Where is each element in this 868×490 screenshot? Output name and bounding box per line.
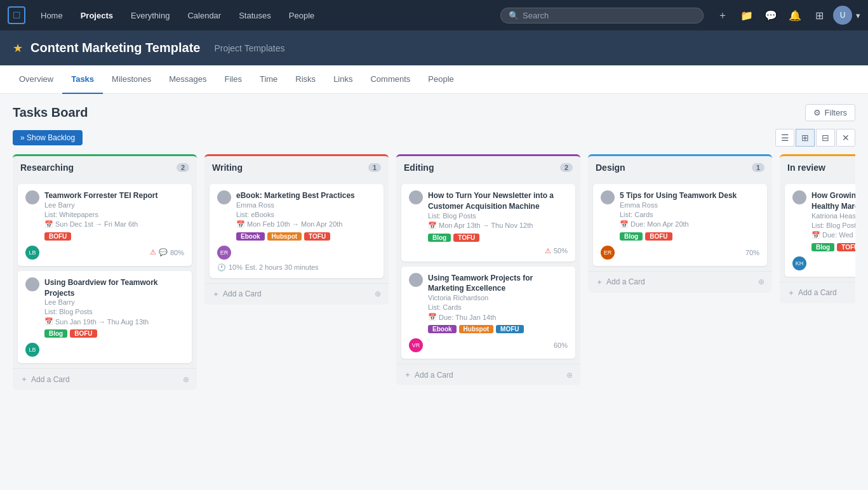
card-title: How to Turn Your Newsletter into a Custo… (428, 190, 568, 212)
filter-icon: ⚙ (813, 108, 821, 117)
card-marketing-excellence[interactable]: Using Teamwork Projects for Marketing Ex… (401, 267, 575, 359)
assignee-avatar: ER (217, 246, 231, 260)
drag-icon: ⊕ (375, 289, 381, 298)
add-card-button[interactable]: ＋ Add a Card (212, 289, 262, 300)
column-body-researching: Teamwork Forrester TEI Report Lee Barry … (13, 179, 197, 368)
project-subtitle: Project Templates (214, 43, 284, 53)
column-count-researching: 2 (177, 163, 189, 172)
project-title: Content Marketing Template (30, 41, 200, 55)
column-header-writing: Writing 1 (204, 154, 389, 179)
add-card-button[interactable]: ＋ Add a Card (20, 374, 70, 385)
add-card-button[interactable]: ＋ Add a Card (596, 277, 645, 288)
card-tags: Ebook Hubspot MOFU (428, 325, 568, 333)
add-card-button[interactable]: ＋ Add a Card (787, 288, 837, 298)
calendar-icon: 📅 (428, 222, 437, 230)
show-backlog-button[interactable]: » Show Backlog (13, 130, 83, 145)
column-footer-editing[interactable]: ＋ Add a Card ⊕ (396, 364, 580, 385)
card-tags: Blog TOFU (428, 234, 568, 242)
warning-icon: ⚠ (545, 247, 551, 255)
avatar (25, 277, 39, 291)
card-list: List: Cards (428, 303, 568, 311)
card-assignee: Lee Barry (44, 298, 184, 306)
close-view-button[interactable]: ✕ (836, 129, 855, 147)
tab-overview[interactable]: Overview (10, 65, 62, 94)
card-list: List: Blog Posts (44, 308, 184, 315)
card-title: 5 Tips for Using Teamwork Desk (620, 190, 759, 201)
column-count-writing: 1 (368, 163, 381, 172)
folder-icon[interactable]: 📁 (737, 5, 757, 25)
bell-icon[interactable]: 🔔 (785, 5, 805, 25)
add-button[interactable]: ＋ (712, 5, 733, 25)
card-list: List: eBooks (236, 211, 355, 218)
star-icon[interactable]: ★ (13, 41, 23, 55)
card-tags: Blog TOFU (811, 243, 855, 251)
grid-icon[interactable]: ⊞ (809, 5, 829, 25)
warning-icon: ⚠ (150, 248, 156, 256)
plus-icon: ＋ (596, 277, 603, 288)
tab-people[interactable]: People (419, 65, 462, 94)
filter-view-button[interactable]: ⊟ (816, 129, 835, 147)
column-title-writing: Writing (212, 162, 243, 173)
column-title-inreview: In review (787, 162, 825, 173)
tab-messages[interactable]: Messages (160, 65, 215, 94)
nav-home[interactable]: Home (33, 7, 70, 24)
drag-icon: ⊕ (758, 277, 765, 286)
tab-links[interactable]: Links (324, 65, 361, 94)
column-body-inreview: How Growing Agencies Maintain Healthy Ma… (780, 179, 855, 282)
tab-files[interactable]: Files (215, 65, 250, 94)
column-title-editing: Editing (404, 162, 434, 173)
card-date: 📅 Sun Jan 19th → Thu Aug 13th (44, 317, 184, 326)
add-card-button[interactable]: ＋ Add a Card (404, 369, 453, 380)
filters-button[interactable]: ⚙ Filters (805, 104, 855, 121)
column-body-editing: How to Turn Your Newsletter into a Custo… (396, 179, 580, 364)
assignee-avatar: VR (409, 338, 423, 352)
nav-calendar[interactable]: Calendar (180, 7, 229, 24)
column-footer-inreview[interactable]: ＋ Add a Card ⊕ (780, 282, 855, 303)
board-view-button[interactable]: ⊞ (796, 129, 815, 147)
card-ebook-marketing[interactable]: eBook: Marketing Best Practices Emma Ros… (210, 184, 384, 278)
message-icon[interactable]: 💬 (761, 5, 781, 25)
tag-bofu: BOFU (645, 232, 672, 241)
drag-icon: ⊕ (566, 371, 573, 380)
tag-mofu: MOFU (496, 325, 523, 333)
avatar (792, 190, 806, 204)
column-footer-researching[interactable]: ＋ Add a Card ⊕ (13, 368, 197, 390)
card-bottom: LB (25, 343, 184, 357)
card-growing-agencies[interactable]: How Growing Agencies Maintain Healthy Ma… (785, 184, 855, 277)
card-newsletter[interactable]: How to Turn Your Newsletter into a Custo… (401, 184, 575, 262)
tab-milestones[interactable]: Milestones (103, 65, 160, 94)
chat-icon: 💬 (159, 248, 168, 256)
nav-projects[interactable]: Projects (73, 7, 121, 24)
tag-blog: Blog (44, 329, 67, 338)
card-boardview[interactable]: Using Boardview for Teamwork Projects Le… (18, 271, 192, 364)
sub-nav: Overview Tasks Milestones Messages Files… (0, 65, 868, 94)
list-view-button[interactable]: ☰ (775, 129, 794, 147)
avatar (409, 273, 423, 287)
search-bar[interactable]: 🔍 Search (500, 8, 704, 23)
tab-risks[interactable]: Risks (286, 65, 324, 94)
column-count-design: 1 (752, 163, 765, 172)
column-footer-writing[interactable]: ＋ Add a Card ⊕ (204, 283, 389, 305)
card-teamwork-desk[interactable]: 5 Tips for Using Teamwork Desk Emma Ross… (593, 184, 767, 266)
card-tei-report[interactable]: Teamwork Forrester TEI Report Lee Barry … (18, 184, 192, 266)
nav-people[interactable]: People (281, 7, 322, 24)
card-progress: 60% (554, 341, 568, 349)
tag-blog: Blog (620, 232, 643, 241)
tag-tofu: TOFU (837, 243, 855, 251)
page-top: Tasks Board ⚙ Filters (13, 104, 855, 121)
assignee-avatar: KH (792, 256, 806, 270)
tab-tasks[interactable]: Tasks (62, 65, 103, 94)
user-avatar[interactable]: U (833, 6, 852, 25)
tab-comments[interactable]: Comments (361, 65, 419, 94)
column-footer-design[interactable]: ＋ Add a Card ⊕ (588, 271, 772, 293)
nav-statuses[interactable]: Statuses (231, 7, 279, 24)
chevron-down-icon[interactable]: ▾ (856, 11, 860, 20)
tab-time[interactable]: Time (251, 65, 286, 94)
logo-icon[interactable]: ☐ (8, 6, 25, 24)
nav-everything[interactable]: Everything (123, 7, 177, 24)
tag-ebook: Ebook (428, 325, 457, 333)
plus-icon: ＋ (787, 288, 795, 298)
top-nav: ☐ Home Projects Everything Calendar Stat… (0, 0, 868, 30)
card-list: List: Whitepapers (44, 211, 158, 218)
column-design: Design 1 5 Tips for Using Teamwork Desk … (588, 154, 772, 293)
